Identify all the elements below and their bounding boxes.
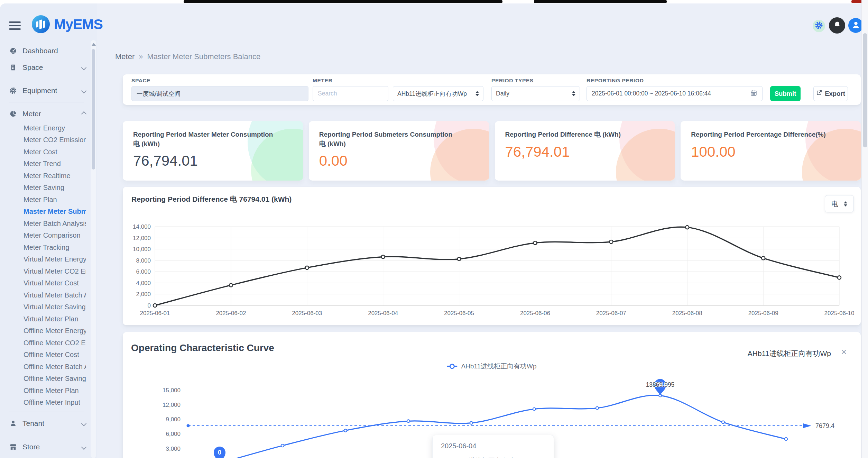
sidebar-item-label: Offline Meter Energy bbox=[24, 327, 86, 335]
sidebar-item-virtual-meter-co2-emissions[interactable]: Virtual Meter CO2 Emissions bbox=[0, 265, 91, 277]
sidebar-item-meter-comparison[interactable]: Meter Comparison bbox=[0, 230, 91, 242]
brand-name: MyEMS bbox=[54, 16, 103, 33]
sidebar-item-virtual-meter-batch-analysis[interactable]: Virtual Meter Batch Analysis bbox=[0, 289, 91, 301]
profile-button[interactable] bbox=[848, 18, 863, 33]
sidebar-item-virtual-meter-plan[interactable]: Virtual Meter Plan bbox=[0, 313, 91, 325]
svg-text:4,000: 4,000 bbox=[136, 280, 151, 286]
energy-unit-select[interactable]: 电 bbox=[825, 195, 854, 212]
svg-text:2,000: 2,000 bbox=[136, 291, 151, 297]
meter-label: METER bbox=[313, 77, 332, 84]
sidebar-item-label: Meter Comparison bbox=[24, 231, 81, 239]
gear-icon bbox=[9, 86, 17, 95]
period-type-select[interactable]: Daily bbox=[491, 86, 580, 101]
brand-logo[interactable]: MyEMS bbox=[32, 15, 103, 33]
browser-artifact-bar bbox=[534, 0, 667, 3]
chevron-down-icon bbox=[81, 65, 87, 70]
close-icon[interactable]: ✕ bbox=[841, 348, 847, 356]
sidebar-item-label: Store bbox=[22, 443, 40, 451]
svg-text:2025-06-10: 2025-06-10 bbox=[824, 310, 854, 317]
export-button[interactable]: Export bbox=[813, 86, 848, 101]
sidebar-item-meter-batch-analysis[interactable]: Meter Batch Analysis bbox=[0, 218, 91, 230]
difference-chart-card: Reporting Period Difference 电 76794.01 (… bbox=[123, 187, 861, 325]
sidebar-item-meter-realtime[interactable]: Meter Realtime bbox=[0, 170, 91, 182]
sidebar-item-offline-meter-plan[interactable]: Offline Meter Plan bbox=[0, 385, 91, 397]
sidebar-item-label: Meter Batch Analysis bbox=[24, 220, 86, 228]
sidebar-item-meter[interactable]: Meter bbox=[0, 106, 91, 122]
breadcrumb: Meter » Master Meter Submeters Balance bbox=[115, 52, 260, 61]
menu-toggle-button[interactable] bbox=[9, 21, 21, 30]
sidebar-item-offline-meter-cost[interactable]: Offline Meter Cost bbox=[0, 349, 91, 361]
sidebar-item-store[interactable]: Store bbox=[0, 439, 91, 455]
sidebar-item-meter-trend[interactable]: Meter Trend bbox=[0, 158, 91, 170]
difference-line-chart[interactable]: 02,0004,0006,0008,00010,00012,00014,0002… bbox=[128, 221, 854, 323]
sidebar-item-dashboard[interactable]: Dashboard bbox=[0, 43, 91, 59]
svg-text:10,000: 10,000 bbox=[133, 246, 151, 253]
card-title: Reporting Period Master Meter Consumptio… bbox=[133, 130, 273, 148]
sidebar-item-label: Virtual Meter Cost bbox=[24, 279, 79, 287]
sidebar-item-label: Meter Saving bbox=[24, 184, 64, 192]
legend-item[interactable]: AHb11进线柜正向有功Wp bbox=[447, 362, 536, 371]
sidebar-item-meter-plan[interactable]: Meter Plan bbox=[0, 194, 91, 206]
space-input[interactable] bbox=[131, 86, 308, 101]
svg-text:8,000: 8,000 bbox=[136, 257, 151, 264]
notifications-button[interactable] bbox=[829, 17, 845, 34]
sidebar-item-tenant[interactable]: Tenant bbox=[0, 415, 91, 432]
svg-text:9,000: 9,000 bbox=[166, 416, 181, 423]
sidebar-item-label: Space bbox=[22, 63, 43, 72]
sidebar-item-label: Meter bbox=[22, 110, 41, 118]
sidebar-nav: DashboardSpaceEquipmentMeterMeter Energy… bbox=[0, 43, 91, 455]
submit-button[interactable]: Submit bbox=[770, 86, 801, 101]
card-title: Reporting Period Percentage Difference(%… bbox=[691, 130, 831, 139]
sidebar-item-offline-meter-co2-emissions[interactable]: Offline Meter CO2 Emissions bbox=[0, 337, 91, 349]
card-value: 76,794.01 bbox=[505, 144, 665, 160]
sidebar-item-offline-meter-energy[interactable]: Offline Meter Energy bbox=[0, 325, 91, 337]
bell-icon bbox=[833, 20, 842, 31]
sidebar-item-label: Meter CO2 Emissions bbox=[24, 136, 86, 144]
sidebar-item-equipment[interactable]: Equipment bbox=[0, 82, 91, 99]
breadcrumb-section[interactable]: Meter bbox=[115, 52, 135, 61]
difference-chart-title: Reporting Period Difference 电 76794.01 (… bbox=[131, 194, 292, 204]
sidebar-item-meter-co2-emissions[interactable]: Meter CO2 Emissions bbox=[0, 134, 91, 146]
settings-button[interactable] bbox=[813, 20, 825, 32]
sidebar-item-master-meter-submeters-balance[interactable]: Master Meter Submeters Balance bbox=[0, 206, 91, 218]
sidebar-item-offline-meter-batch-analysis[interactable]: Offline Meter Batch Analysis bbox=[0, 361, 91, 373]
sidebar-item-meter-tracking[interactable]: Meter Tracking bbox=[0, 241, 91, 254]
sidebar-item-label: Offline Meter Batch Analysis bbox=[24, 363, 86, 371]
sidebar-scrollbar-thumb[interactable] bbox=[92, 49, 95, 170]
min-point-pin: 0 bbox=[214, 447, 225, 458]
sidebar-item-label: Meter Energy bbox=[24, 124, 65, 132]
sidebar-item-meter-energy[interactable]: Meter Energy bbox=[0, 122, 91, 134]
sidebar: MyEMS DashboardSpaceEquipmentMeterMeter … bbox=[0, 3, 97, 458]
breadcrumb-current: Master Meter Submeters Balance bbox=[147, 52, 261, 61]
sidebar-item-virtual-meter-cost[interactable]: Virtual Meter Cost bbox=[0, 277, 91, 290]
gear-icon bbox=[815, 21, 823, 31]
browser-scrollbar-thumb[interactable] bbox=[863, 33, 867, 147]
max-point-pin: 13869.995 bbox=[646, 379, 675, 395]
svg-text:2025-06-05: 2025-06-05 bbox=[444, 310, 474, 317]
svg-text:6,000: 6,000 bbox=[166, 431, 181, 437]
sidebar-item-offline-meter-input[interactable]: Offline Meter Input bbox=[0, 397, 91, 409]
chevron-down-icon bbox=[81, 444, 87, 450]
sidebar-item-offline-meter-saving[interactable]: Offline Meter Saving bbox=[0, 373, 91, 385]
sidebar-item-label: Offline Meter Saving bbox=[24, 375, 86, 383]
gauge-icon bbox=[9, 47, 17, 55]
meter-search-input[interactable] bbox=[313, 86, 388, 101]
average-line: 7679.4 bbox=[187, 422, 835, 429]
card-title: Reporting Period Difference 电 (kWh) bbox=[505, 130, 645, 139]
sidebar-item-meter-saving[interactable]: Meter Saving bbox=[0, 182, 91, 194]
sidebar-item-virtual-meter-energy[interactable]: Virtual Meter Energy bbox=[0, 254, 91, 266]
meter-select[interactable]: AHb11进线柜正向有功Wp bbox=[393, 86, 483, 101]
svg-text:0: 0 bbox=[148, 302, 151, 309]
sidebar-item-meter-cost[interactable]: Meter Cost bbox=[0, 146, 91, 158]
browser-artifact-bar bbox=[184, 0, 502, 3]
scroll-up-arrow-icon[interactable] bbox=[92, 43, 96, 46]
svg-text:15,000: 15,000 bbox=[163, 387, 181, 394]
sidebar-item-virtual-meter-saving[interactable]: Virtual Meter Saving bbox=[0, 301, 91, 313]
axis-labels: 02,0004,0006,0008,00010,00012,00014,0002… bbox=[133, 223, 854, 317]
svg-text:2025-06-07: 2025-06-07 bbox=[596, 310, 626, 317]
person-icon bbox=[9, 419, 17, 428]
sidebar-item-space[interactable]: Space bbox=[0, 59, 91, 76]
browser-scrollbar-track[interactable] bbox=[861, 0, 868, 458]
reporting-period-input[interactable]: 2025-06-01 00:00:00 ~ 2025-06-10 16:06:4… bbox=[587, 86, 763, 101]
sidebar-item-label: Offline Meter Plan bbox=[24, 387, 79, 395]
